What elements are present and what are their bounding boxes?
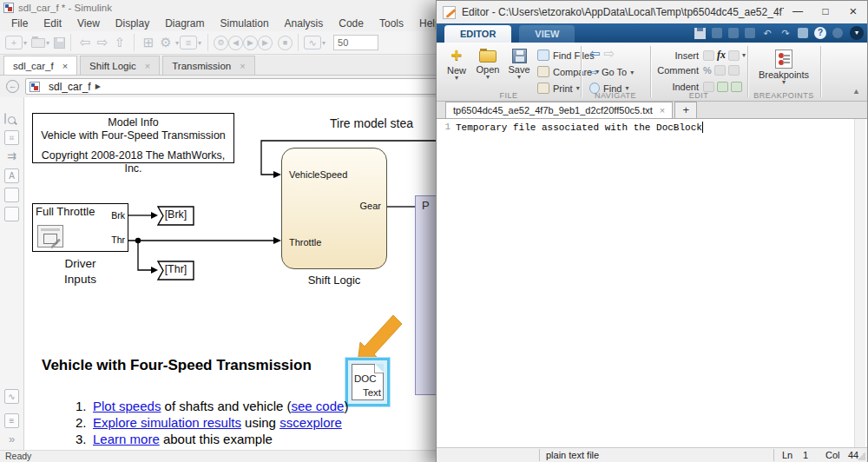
new-dropdown-icon[interactable]: ▾ <box>442 76 471 81</box>
breadcrumb-arrow-icon[interactable]: ▶ <box>95 82 101 90</box>
quick-save-icon[interactable] <box>694 28 706 39</box>
tab-sdl-car-f[interactable]: sdl_car_f × <box>3 56 77 75</box>
shift-logic-chart[interactable]: VehicleSpeed Throttle Gear <box>281 148 387 269</box>
stop-icon[interactable]: ■ <box>278 36 293 50</box>
dock-window-icon[interactable] <box>798 28 808 38</box>
zoom-icon[interactable] <box>4 113 6 124</box>
open-dropdown-icon[interactable]: ▾ <box>473 75 503 80</box>
save-model-icon[interactable] <box>54 37 65 49</box>
route-icon[interactable]: ⇉ <box>4 149 19 164</box>
model-canvas[interactable]: Model Info Vehicle with Four-Speed Trans… <box>24 97 436 450</box>
step-forward-icon[interactable]: ▶ <box>258 36 273 50</box>
image-icon[interactable] <box>4 188 19 202</box>
menu-view[interactable]: View <box>69 17 108 30</box>
open-model-dropdown-icon[interactable]: ▾ <box>46 39 49 47</box>
paste-icon[interactable] <box>745 28 755 38</box>
forward-icon[interactable]: ⇨ <box>604 48 615 60</box>
find-files-button[interactable]: Find Files <box>537 50 595 61</box>
minimize-ribbon-icon[interactable]: ▾ <box>850 26 864 40</box>
breakpoints-button[interactable]: Breakpoints ▾ <box>756 47 812 85</box>
close-button[interactable]: × <box>839 2 867 23</box>
navigate-forward-icon[interactable]: ⇨ <box>94 34 111 51</box>
scope-icon[interactable]: ∿ <box>304 36 321 50</box>
tab-transmission[interactable]: Transmission × <box>162 56 254 75</box>
navigate-back-icon[interactable]: ⇦ <box>76 34 94 51</box>
uncomment-icon[interactable] <box>714 65 726 76</box>
save-dropdown-icon[interactable]: ▾ <box>504 75 534 80</box>
undo-icon[interactable]: ↶ <box>761 27 773 39</box>
partial-subsystem-block[interactable]: P <box>415 195 436 395</box>
model-settings-icon[interactable]: ≡ <box>180 36 197 50</box>
insert-function-icon[interactable]: fx <box>717 49 726 62</box>
navigate-up-icon[interactable]: ⇧ <box>111 34 128 51</box>
new-model-icon[interactable]: + <box>5 36 23 50</box>
copy-icon[interactable] <box>728 28 739 38</box>
model-config-dropdown-icon[interactable]: ▾ <box>175 39 179 47</box>
tab-shift-logic[interactable]: Shift Logic × <box>80 56 160 75</box>
back-icon[interactable]: ⇦ <box>589 48 601 60</box>
menu-file[interactable]: File <box>3 17 36 30</box>
breakpoints-dropdown-icon[interactable]: ▾ <box>756 80 812 85</box>
new-model-dropdown-icon[interactable]: ▾ <box>23 39 27 47</box>
menu-edit[interactable]: Edit <box>36 17 69 30</box>
save-button[interactable]: Save ▾ <box>504 47 534 80</box>
wrap-comments-icon[interactable] <box>728 65 740 76</box>
menu-diagram[interactable]: Diagram <box>157 17 212 30</box>
viewmarks-icon[interactable]: ≡ <box>4 413 19 428</box>
menu-code[interactable]: Code <box>331 17 372 30</box>
tab-close-icon[interactable]: × <box>62 61 68 71</box>
goto-thr-tag[interactable]: [Thr] <box>158 261 194 280</box>
open-model-icon[interactable] <box>31 38 45 48</box>
cut-icon[interactable] <box>712 28 722 38</box>
tire-model-annotation[interactable]: Tire model stea <box>330 116 413 130</box>
simulation-stop-time-input[interactable] <box>333 35 378 50</box>
maximize-button[interactable]: □ <box>812 2 839 23</box>
collapse-toolstrip-icon[interactable]: ▲ <box>852 87 860 96</box>
comment-icon[interactable]: % <box>703 65 712 76</box>
vertical-scrollbar[interactable] <box>854 119 865 447</box>
help-icon[interactable]: ? <box>814 27 826 39</box>
step-back-icon[interactable]: ◀ <box>228 36 243 50</box>
annotation-icon[interactable]: A <box>4 168 19 183</box>
goto-brk-tag[interactable]: [Brk] <box>158 207 194 225</box>
doc-block[interactable]: DOC Text <box>352 364 384 400</box>
scope-dropdown-icon[interactable]: ▾ <box>322 39 326 47</box>
editor-text-area[interactable]: 1 Temporary file associated with the Doc… <box>437 119 867 447</box>
insert-snippet-icon[interactable] <box>728 50 740 61</box>
minimize-button[interactable]: — <box>784 2 812 23</box>
learn-more-link[interactable]: Learn more <box>93 432 160 446</box>
menu-display[interactable]: Display <box>108 17 157 30</box>
open-button[interactable]: Open ▾ <box>473 47 503 80</box>
menu-simulation[interactable]: Simulation <box>213 17 277 30</box>
ribbon-tab-view[interactable]: VIEW <box>519 25 575 43</box>
code-line[interactable]: Temporary file associated with the DocBl… <box>456 122 703 133</box>
driver-inputs-block[interactable]: Full Throttle Brk Thr <box>32 203 128 252</box>
insert-dropdown-icon[interactable]: ▾ <box>742 51 746 59</box>
document-tab[interactable]: tp6504dc45_ae52_4f7b_9eb1_d2cf20ff50c5.t… <box>445 102 673 118</box>
tab-close-icon[interactable]: × <box>145 61 150 71</box>
new-document-tab[interactable]: + <box>674 102 697 118</box>
ribbon-tab-editor[interactable]: EDITOR <box>444 25 511 43</box>
goto-button[interactable]: ⇨ Go To ▾ <box>589 66 634 78</box>
docblock-selection[interactable]: DOC Text <box>345 358 390 406</box>
snapshot-icon[interactable]: ∿ <box>4 389 19 404</box>
library-browser-icon[interactable]: ⊞ <box>140 34 157 51</box>
menu-tools[interactable]: Tools <box>372 17 411 30</box>
fit-view-icon[interactable]: ⌗ <box>4 130 19 145</box>
editor-titlebar[interactable]: Editor - C:\Users\etzorako\AppData\Local… <box>437 1 867 23</box>
area-icon[interactable] <box>4 207 19 221</box>
more-options-icon[interactable] <box>832 28 843 38</box>
menu-analysis[interactable]: Analysis <box>277 17 332 30</box>
model-settings-dropdown-icon[interactable]: ▾ <box>198 39 201 47</box>
resize-grip[interactable] <box>857 452 865 460</box>
update-diagram-icon[interactable]: ⚙ <box>214 36 228 50</box>
model-info-block[interactable]: Model Info Vehicle with Four-Speed Trans… <box>32 113 234 163</box>
sscexplore-link[interactable]: sscexplore <box>279 415 342 430</box>
redo-icon[interactable]: ↷ <box>779 27 792 39</box>
breadcrumb-back-icon[interactable]: ← <box>6 80 19 93</box>
new-button[interactable]: + New ▾ <box>442 47 471 81</box>
model-config-icon[interactable]: ⚙ <box>157 34 174 51</box>
goto-dropdown-icon[interactable]: ▾ <box>630 69 634 76</box>
more-chevron-icon[interactable]: » <box>4 432 19 447</box>
run-icon[interactable]: ▶ <box>243 36 258 50</box>
